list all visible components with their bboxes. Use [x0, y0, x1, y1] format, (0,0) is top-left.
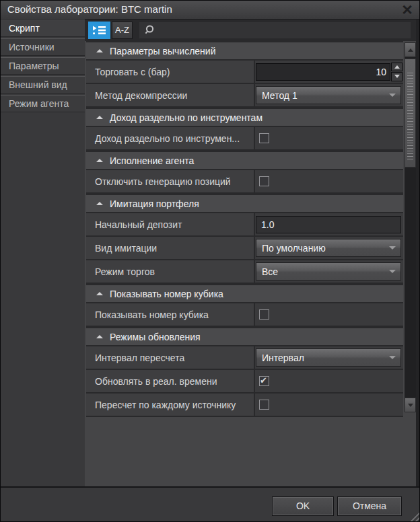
sidebar-tab-1[interactable]: Источники — [1, 38, 85, 56]
check-icon: ✔ — [260, 375, 267, 385]
section-header[interactable]: Режимы обновления — [86, 328, 403, 345]
search-icon — [143, 24, 155, 36]
property-row: Метод декомпрессииМетод 1 — [86, 84, 403, 106]
spinner-down-button[interactable] — [391, 72, 403, 81]
collapse-chevron-icon — [96, 159, 103, 162]
window-title: Свойства лаборатории: BTC martin — [7, 3, 172, 15]
sidebar-tab-3[interactable]: Внешний вид — [1, 76, 85, 94]
number-input[interactable]: 10 — [256, 63, 390, 81]
property-label: Интервал пересчета — [86, 346, 254, 369]
property-value-cell — [255, 127, 403, 149]
property-row: Обновлять в реал. времени✔ — [86, 370, 403, 392]
property-value-cell: По умолчанию — [255, 237, 403, 259]
checkbox[interactable] — [259, 309, 269, 320]
scroll-down-button[interactable] — [405, 398, 416, 412]
section-title: Показывать номер кубика — [110, 289, 223, 299]
close-icon[interactable]: ✕ — [398, 1, 417, 19]
title-bar: Свойства лаборатории: BTC martin ✕ — [1, 1, 419, 20]
dropdown[interactable]: Метод 1 — [256, 86, 401, 104]
sidebar: СкриптИсточникиПараметрыВнешний видРежим… — [1, 20, 85, 486]
chevron-down-icon — [389, 94, 396, 97]
section-header[interactable]: Доход раздельно по инструментам — [86, 109, 403, 126]
collapse-chevron-icon — [96, 335, 103, 338]
chevron-down-icon — [389, 246, 396, 250]
chevron-down-icon — [389, 356, 396, 359]
property-label: Обновлять в реал. времени — [86, 370, 254, 392]
search-input[interactable] — [155, 25, 411, 36]
property-value-cell: 10 — [255, 61, 403, 83]
property-label: Вид имитации — [86, 237, 254, 259]
right-border-strip — [416, 20, 420, 486]
property-row: Пересчет по каждому источнику — [86, 394, 403, 416]
section-title: Доход раздельно по инструментам — [110, 112, 262, 123]
property-label: Пересчет по каждому источнику — [86, 394, 254, 416]
categorized-view-icon — [92, 25, 107, 36]
property-row: Режим торговВсе — [86, 260, 403, 283]
property-grid: Параметры вычисленийТорговать с (бар)10М… — [86, 41, 403, 417]
property-row: Интервал пересчетаИнтервал — [86, 346, 403, 369]
spinner — [391, 63, 403, 81]
scrollbar-thumb[interactable] — [405, 59, 416, 167]
checkbox[interactable] — [259, 133, 269, 143]
sidebar-tab-2[interactable]: Параметры — [1, 57, 85, 75]
section-header[interactable]: Показывать номер кубика — [86, 285, 403, 302]
property-row: Торговать с (бар)10 — [86, 61, 403, 83]
checkbox[interactable] — [259, 176, 269, 186]
section-title: Режимы обновления — [110, 332, 201, 342]
sidebar-tab-0[interactable]: Скрипт — [1, 20, 85, 37]
section-header[interactable]: Исполнение агента — [86, 152, 403, 169]
triangle-up-icon — [408, 48, 413, 52]
property-value-cell: ✔ — [255, 370, 403, 392]
number-editor: 10 — [255, 63, 403, 81]
cancel-button[interactable]: Отмена — [337, 496, 402, 516]
section-title: Параметры вычислений — [110, 46, 215, 57]
property-label: Режим торгов — [86, 260, 254, 283]
scroll-up-button[interactable] — [405, 42, 416, 57]
alphabetical-sort-button[interactable]: A-Z — [112, 22, 133, 39]
checkbox[interactable] — [259, 400, 269, 410]
property-value-cell: Интервал — [255, 346, 403, 369]
collapse-chevron-icon — [96, 116, 103, 119]
resize-grip[interactable] — [409, 511, 419, 521]
search-box — [139, 22, 411, 39]
spinner-up-button[interactable] — [391, 63, 403, 72]
property-value-cell: Метод 1 — [255, 84, 403, 106]
property-label: Торговать с (бар) — [86, 61, 254, 83]
categorized-view-button[interactable] — [88, 22, 110, 39]
text-input[interactable]: 1.0 — [256, 216, 401, 233]
property-value-cell — [255, 394, 403, 416]
property-row: Отключить генерацию позиций — [86, 170, 403, 192]
dropdown[interactable]: Интервал — [256, 348, 401, 367]
property-value-cell: Все — [255, 260, 403, 283]
property-row: Начальный депозит1.0 — [86, 213, 403, 235]
dropdown-value: Интервал — [262, 352, 304, 363]
collapse-chevron-icon — [96, 202, 103, 205]
scrollbar[interactable] — [405, 42, 416, 412]
triangle-down-icon — [408, 404, 413, 407]
toolbar: A-Z — [85, 20, 416, 41]
property-row: Показывать номер кубика — [86, 303, 403, 326]
triangle-down-icon — [394, 75, 400, 78]
property-label: Отключить генерацию позиций — [86, 170, 254, 192]
dropdown-value: Метод 1 — [262, 90, 298, 101]
collapse-chevron-icon — [96, 49, 103, 52]
ok-button[interactable]: OK — [272, 496, 334, 516]
property-label: Начальный депозит — [86, 213, 254, 235]
footer-bar: OK Отмена — [1, 486, 420, 522]
dropdown[interactable]: Все — [256, 262, 401, 281]
section-header[interactable]: Параметры вычислений — [86, 42, 403, 59]
section-title: Исполнение агента — [110, 155, 194, 166]
collapse-chevron-icon — [96, 292, 103, 295]
properties-dialog: Свойства лаборатории: BTC martin ✕ Скрип… — [0, 0, 420, 522]
sidebar-tab-4[interactable]: Режим агента — [1, 95, 85, 112]
section-title: Имитация портфеля — [110, 198, 199, 209]
checkbox[interactable]: ✔ — [259, 376, 269, 386]
property-label: Доход раздельно по инструмен... — [86, 127, 254, 149]
chevron-down-icon — [389, 270, 396, 273]
property-value-cell — [255, 303, 403, 326]
triangle-up-icon — [394, 65, 400, 69]
property-value-cell — [255, 170, 403, 192]
dropdown[interactable]: По умолчанию — [256, 239, 401, 257]
property-row: Доход раздельно по инструмен... — [86, 127, 403, 149]
section-header[interactable]: Имитация портфеля — [86, 195, 403, 212]
